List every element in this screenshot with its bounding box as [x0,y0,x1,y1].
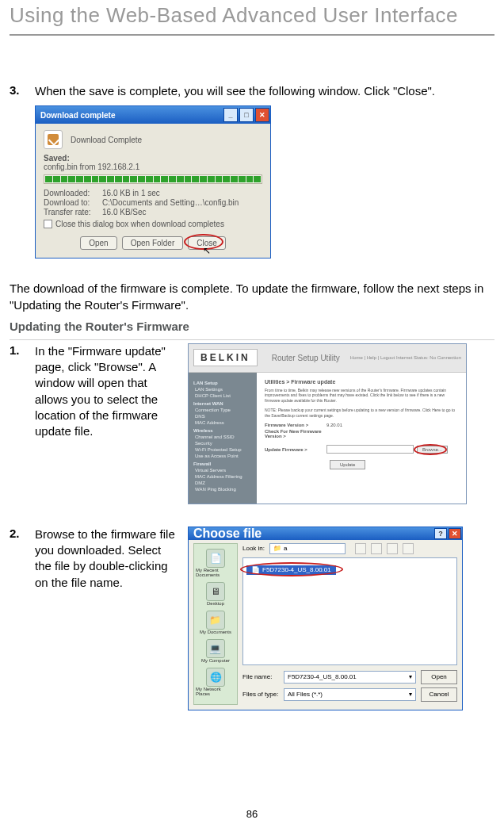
firmware-description: From time to time, Belkin may release ne… [265,388,458,404]
sidebar-section-wan: Internet WAN [193,401,252,406]
window-close-button[interactable]: ✕ [449,528,461,539]
divider [10,339,494,340]
network-icon: 🌐 [206,668,225,687]
router-setup-screenshot: BELKIN Router Setup Utility Home | Help … [188,343,467,504]
file-type-label: Files of type: [242,691,284,698]
step-number: 2. [10,527,35,591]
file-icon: 📄 [251,566,260,574]
sidebar-item[interactable]: DNS [193,414,252,419]
file-name-field[interactable]: F5D7230-4_US_8.00.01▾ [284,671,416,684]
belkin-logo: BELKIN [193,349,258,366]
downloaded-value: 16.0 KB in 1 sec [102,189,160,197]
window-close-button[interactable]: ✕ [255,108,269,122]
subheading-updating-firmware: Updating the Router's Firmware [10,320,494,333]
dialog-title: Choose file [193,527,262,541]
place-recent-documents[interactable]: 📄My Recent Documents [196,549,235,577]
router-utility-title: Router Setup Utility [272,354,340,362]
sidebar-item[interactable]: DMZ [193,481,252,485]
update-firmware-label: Update Firmware > [265,447,326,452]
dialog-titlebar: Download complete _ □ ✕ [36,106,270,124]
choose-file-dialog: Choose file ? ✕ 📄My Recent Documents 🖥De… [188,527,463,710]
sidebar-item[interactable]: MAC Address Filtering [193,474,252,479]
step-2: 2. Browse to the firmware file you downl… [10,527,494,710]
file-list[interactable]: 📄 F5D7230-4_US_8.00.01 [242,557,457,665]
recent-documents-icon: 📄 [206,549,225,568]
folder-icon: 📁 [273,545,281,552]
download-complete-dialog: Download complete _ □ ✕ Download Complet… [35,105,271,258]
fw-version-label: Firmware Version > [265,423,326,427]
step-text: Browse to the firmware file you download… [35,527,178,591]
cursor-icon: ↖ [203,245,211,256]
step-1: 1. In the "Firmware update" page, click … [10,343,494,504]
sidebar-item[interactable]: MAC Address [193,420,252,425]
breadcrumb: Utilities > Firmware update [265,379,458,385]
sidebar-item[interactable]: Use as Access Point [193,454,252,458]
step-number: 3. [10,83,35,99]
back-icon[interactable] [355,543,366,554]
browse-button[interactable]: Browse... [417,446,448,454]
close-button[interactable]: Close ↖ [188,236,226,250]
file-item-selected[interactable]: 📄 F5D7230-4_US_8.00.01 [246,565,336,575]
help-button[interactable]: ? [434,528,447,539]
up-icon[interactable] [371,543,382,554]
transfer-rate-label: Transfer rate: [44,208,102,216]
step-number: 1. [10,343,35,440]
documents-icon: 📁 [206,611,225,630]
transfer-rate-value: 16.0 KB/Sec [102,208,147,216]
sidebar-item[interactable]: LAN Settings [193,387,252,392]
close-dialog-checkbox-label: Close this dialog box when download comp… [55,220,224,228]
computer-icon: 💻 [206,639,225,658]
firmware-file-input[interactable] [326,445,414,454]
sidebar-item[interactable]: Virtual Servers [193,468,252,473]
maximize-button[interactable]: □ [239,108,254,122]
step-3: 3. When the save is complete, you will s… [10,83,494,99]
fw-version-value: 9.20.01 [326,423,342,427]
saved-value: config.bin from 192.168.2.1 [44,163,262,171]
step-text: In the "Firmware update" page, click "Br… [35,343,178,440]
sidebar-section-firewall: Firewall [193,461,252,466]
open-button[interactable]: Open [421,670,457,684]
dialog-titlebar: Choose file ? ✕ [189,527,462,540]
download-to-label: Download to: [44,198,102,207]
place-my-network[interactable]: 🌐My Network Places [196,668,235,696]
router-sidebar: LAN Setup LAN Settings DHCP Client List … [189,373,257,504]
post-download-paragraph: The download of the firmware is complete… [10,281,494,313]
saved-label: Saved: [44,154,262,163]
new-folder-icon[interactable] [387,543,398,554]
sidebar-item[interactable]: WAN Ping Blocking [193,487,252,492]
minimize-button[interactable]: _ [223,108,238,122]
close-dialog-checkbox[interactable] [44,220,52,228]
file-name-label: File name: [242,673,284,680]
file-type-dropdown[interactable]: All Files (*.*)▾ [284,688,416,701]
look-in-dropdown[interactable]: 📁 a [269,543,346,554]
progress-bar [44,174,262,184]
update-button[interactable]: Update [330,460,365,469]
open-folder-button[interactable]: Open Folder [122,236,184,250]
sidebar-section-lan: LAN Setup [193,381,252,385]
open-button[interactable]: Open [80,236,116,250]
place-my-computer[interactable]: 💻My Computer [201,639,230,663]
sidebar-section-wireless: Wireless [193,428,252,433]
download-icon [44,130,63,149]
page-header: Using the Web-Based Advanced User Interf… [10,0,494,36]
sidebar-item[interactable]: Channel and SSID [193,435,252,439]
place-desktop[interactable]: 🖥Desktop [206,582,225,606]
downloaded-label: Downloaded: [44,189,102,197]
download-complete-text: Download Complete [71,136,142,144]
download-to-value: C:\Documents and Setting…\config.bin [102,198,239,207]
place-my-documents[interactable]: 📁My Documents [200,611,231,634]
places-bar: 📄My Recent Documents 🖥Desktop 📁My Docume… [193,543,238,705]
page-number: 86 [246,808,258,820]
cancel-button[interactable]: Cancel [421,687,457,702]
step-text: When the save is complete, you will see … [35,83,494,99]
look-in-label: Look in: [242,545,265,552]
firmware-note: NOTE: Please backup your current setting… [265,408,458,418]
sidebar-item[interactable]: Wi-Fi Protected Setup [193,447,252,452]
dialog-title: Download complete [40,111,115,120]
views-icon[interactable] [403,543,414,554]
sidebar-item[interactable]: Security [193,441,252,446]
desktop-icon: 🖥 [206,582,225,601]
sidebar-item[interactable]: Connection Type [193,408,252,412]
check-firmware-label: Check For New Firmware Version > [265,429,326,438]
sidebar-item[interactable]: DHCP Client List [193,393,252,398]
